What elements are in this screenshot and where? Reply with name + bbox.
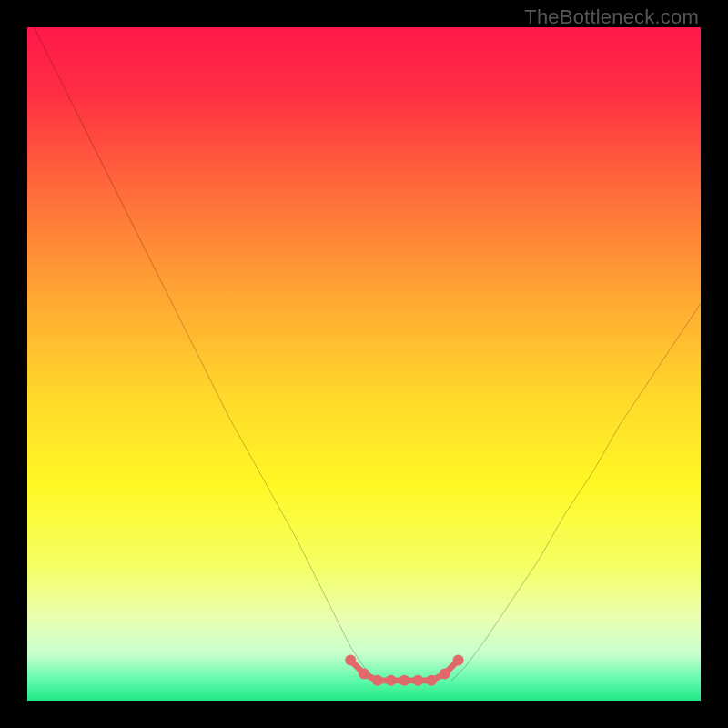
trough-marker bbox=[399, 675, 410, 686]
trough-marker bbox=[345, 655, 356, 666]
trough-marker bbox=[386, 675, 397, 686]
bottleneck-chart bbox=[27, 27, 701, 701]
trough-marker bbox=[453, 655, 464, 666]
trough-marker bbox=[372, 675, 383, 686]
chart-background bbox=[27, 27, 701, 701]
trough-marker bbox=[359, 668, 369, 679]
watermark-text: TheBottleneck.com bbox=[524, 5, 699, 29]
trough-marker bbox=[426, 675, 437, 686]
chart-frame: TheBottleneck.com bbox=[0, 0, 728, 728]
trough-marker bbox=[440, 668, 450, 679]
trough-marker bbox=[412, 675, 423, 686]
